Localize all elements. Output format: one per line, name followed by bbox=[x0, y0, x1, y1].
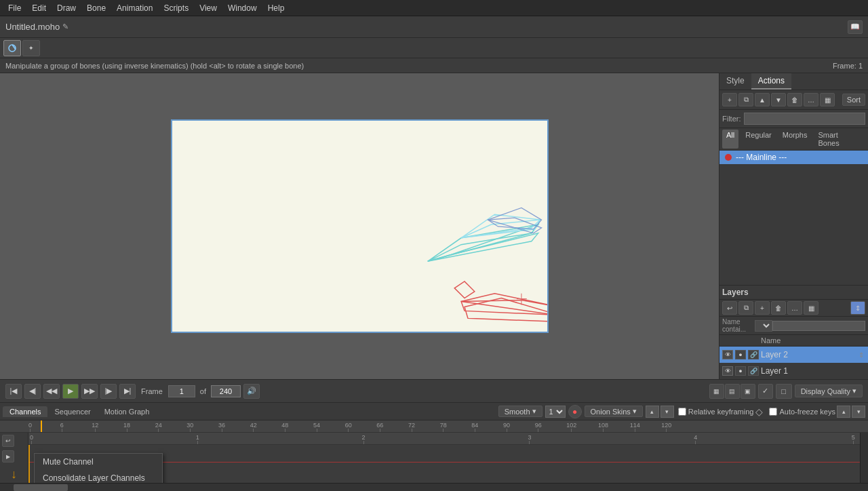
menu-view[interactable]: View bbox=[194, 0, 222, 16]
actions-film-btn[interactable]: ▦ bbox=[820, 93, 835, 106]
layers-view-btn[interactable]: ▦ bbox=[804, 301, 818, 315]
onion-skins-btn[interactable]: Onion Skins ▾ bbox=[585, 406, 643, 417]
aftab-all[interactable]: All bbox=[722, 130, 738, 149]
layers-scroll-btn[interactable]: ⇕ bbox=[850, 301, 865, 315]
fast-fwd-btn[interactable]: ▶▶ bbox=[81, 384, 98, 399]
actions-delete-btn[interactable]: 🗑 bbox=[787, 93, 802, 106]
tab-actions[interactable]: Actions bbox=[751, 73, 791, 90]
auto-freeze-checkbox[interactable] bbox=[769, 408, 777, 416]
layers-more-btn[interactable]: … bbox=[787, 301, 802, 315]
layers-add-btn[interactable]: + bbox=[755, 301, 770, 315]
end-btn[interactable]: ▶| bbox=[119, 384, 136, 399]
actions-move-down-btn[interactable]: ▼ bbox=[771, 93, 786, 106]
actions-add-btn[interactable]: + bbox=[722, 93, 737, 106]
tl-tab-channels[interactable]: Channels bbox=[3, 406, 47, 417]
tl-icon-2[interactable]: ▶ bbox=[2, 450, 14, 463]
tl-right-scrollbar[interactable] bbox=[860, 433, 868, 483]
begin-btn[interactable]: |◀ bbox=[5, 384, 22, 399]
ctx-mute-channel[interactable]: Mute Channel bbox=[35, 454, 162, 470]
layers-goto-btn[interactable]: ↩ bbox=[722, 301, 737, 315]
volume-btn[interactable]: 🔊 bbox=[243, 384, 260, 399]
grid-btn-3[interactable]: ▣ bbox=[741, 384, 755, 399]
step-back-btn[interactable]: ◀| bbox=[24, 384, 41, 399]
freeze-next-arrow[interactable]: ▾ bbox=[852, 406, 865, 418]
context-menu[interactable]: Mute Channel Consolidate Layer Channels bbox=[34, 453, 163, 483]
aftab-morphs[interactable]: Morphs bbox=[778, 130, 812, 149]
actions-more-btn[interactable]: … bbox=[804, 93, 818, 106]
tab-style[interactable]: Style bbox=[719, 73, 751, 90]
sub-tick-4: 4 bbox=[694, 434, 697, 444]
actions-sort-btn[interactable]: Sort bbox=[842, 94, 865, 106]
menu-window[interactable]: Window bbox=[222, 0, 262, 16]
grid-buttons: ▦ ▤ ▣ bbox=[709, 384, 755, 399]
layers-delete-btn[interactable]: 🗑 bbox=[771, 301, 786, 315]
book-icon[interactable]: 📖 bbox=[848, 20, 863, 34]
ctx-consolidate-channels[interactable]: Consolidate Layer Channels bbox=[35, 470, 162, 483]
grid-btn-1[interactable]: ▦ bbox=[709, 384, 724, 399]
aftab-regular[interactable]: Regular bbox=[741, 130, 776, 149]
layer-row-2[interactable]: 👁 ● 🔗 Layer 2 ⇕ bbox=[719, 347, 868, 363]
smooth-btn[interactable]: Smooth ▾ bbox=[498, 406, 542, 417]
ruler-tick-90: 90 bbox=[503, 422, 510, 432]
menu-bone[interactable]: Bone bbox=[81, 0, 111, 16]
display-quality-label: Display Quality bbox=[801, 387, 850, 395]
tl-tab-motion-graph[interactable]: Motion Graph bbox=[98, 406, 157, 417]
layer2-eye[interactable]: ● bbox=[735, 350, 746, 359]
menu-file[interactable]: File bbox=[3, 0, 26, 16]
title-edit-icon[interactable]: ✎ bbox=[62, 22, 68, 31]
relative-keyframing-checkbox[interactable] bbox=[678, 408, 686, 416]
onion-prev-arrow[interactable]: ▴ bbox=[646, 406, 659, 418]
tl-icon-1[interactable]: ↩ bbox=[2, 435, 14, 447]
tool-2[interactable]: ✦ bbox=[22, 40, 40, 56]
action-mainline[interactable]: --- Mainline --- bbox=[719, 151, 868, 164]
layer-row-1[interactable]: 👁 ● 🔗 Layer 1 bbox=[719, 363, 868, 379]
menu-edit[interactable]: Edit bbox=[26, 0, 52, 16]
tl-horizontal-scrollbar[interactable] bbox=[0, 483, 868, 491]
freeze-prev-arrow[interactable]: ▴ bbox=[837, 406, 850, 418]
ruler-tick-30: 30 bbox=[186, 422, 193, 432]
ik-tool-button[interactable] bbox=[3, 40, 21, 56]
layer1-lock[interactable]: 🔗 bbox=[748, 366, 759, 376]
frame-input[interactable] bbox=[168, 385, 195, 397]
aftab-smartbones[interactable]: Smart Bones bbox=[814, 130, 865, 149]
export-btn[interactable]: □ bbox=[776, 384, 792, 399]
nf-dropdown[interactable] bbox=[755, 320, 772, 332]
tl-tab-sequencer[interactable]: Sequencer bbox=[47, 406, 97, 417]
layer2-lock[interactable]: 🔗 bbox=[748, 350, 759, 359]
relative-keyframing-label[interactable]: Relative keyframing bbox=[678, 408, 754, 416]
grid-btn-2[interactable]: ▤ bbox=[725, 384, 740, 399]
filter-input[interactable] bbox=[744, 113, 866, 125]
sub-tick-1: 1 bbox=[196, 434, 199, 444]
actions-move-up-btn[interactable]: ▲ bbox=[755, 93, 770, 106]
smooth-value-select[interactable]: 123 bbox=[545, 406, 566, 418]
onion-next-arrow[interactable]: ▾ bbox=[660, 406, 674, 418]
actions-copy-btn[interactable]: ⧉ bbox=[738, 93, 753, 106]
menu-draw[interactable]: Draw bbox=[52, 0, 81, 16]
menu-scripts[interactable]: Scripts bbox=[158, 0, 194, 16]
track-playhead[interactable] bbox=[28, 445, 30, 483]
auto-freeze-label[interactable]: Auto-freeze keys bbox=[769, 408, 835, 416]
canvas[interactable] bbox=[171, 119, 549, 333]
ruler-tick-114: 114 bbox=[630, 422, 640, 432]
sub-tick-0: 0 bbox=[30, 434, 33, 444]
timeline-ruler[interactable]: (function(){ const ticks = ['0','6','12'… bbox=[0, 420, 868, 433]
frame-indicator: Frame: 1 bbox=[833, 62, 863, 70]
tl-main[interactable]: 0 1 2 3 4 5 Mute Channel bbox=[28, 433, 860, 483]
playhead[interactable] bbox=[41, 420, 42, 432]
step-fwd-btn[interactable]: |▶ bbox=[100, 384, 117, 399]
sub-tick-3: 3 bbox=[528, 434, 531, 444]
rewind-btn[interactable]: ◀◀ bbox=[43, 384, 60, 399]
menu-help[interactable]: Help bbox=[262, 0, 290, 16]
ruler-tick-0: 0 bbox=[28, 422, 32, 432]
record-btn[interactable]: ● bbox=[568, 405, 582, 418]
display-quality-btn[interactable]: Display Quality ▾ bbox=[795, 385, 863, 397]
menu-animation[interactable]: Animation bbox=[111, 0, 158, 16]
layers-copy-btn[interactable]: ⧉ bbox=[738, 301, 753, 315]
aspect-btn[interactable]: ✓ bbox=[758, 384, 773, 399]
tl-scrollbar-thumb[interactable] bbox=[14, 484, 68, 491]
total-frames-input[interactable] bbox=[211, 385, 241, 397]
nf-input[interactable] bbox=[772, 321, 865, 331]
play-btn[interactable]: ▶ bbox=[62, 384, 79, 399]
layer1-eye[interactable]: ● bbox=[735, 366, 746, 376]
layer1-name: Layer 1 bbox=[761, 366, 859, 376]
